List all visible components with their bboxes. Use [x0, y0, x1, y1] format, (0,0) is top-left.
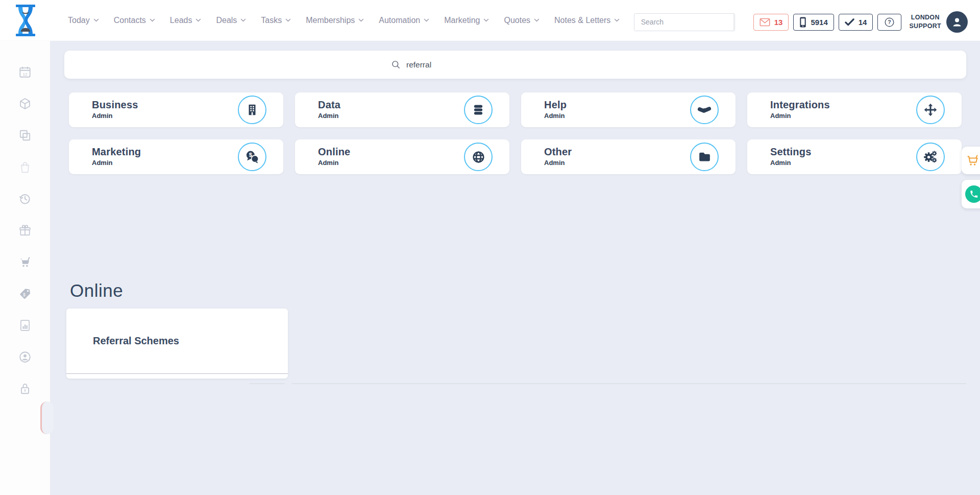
- admin-cards-grid: Business Admin Data Admin Help Admin Int…: [69, 92, 962, 174]
- nav-leads-label: Leads: [170, 16, 192, 25]
- svg-text:$: $: [249, 152, 252, 158]
- nav-deals-label: Deals: [216, 16, 237, 25]
- search-results-card: Referral Schemes: [66, 309, 288, 379]
- globe-icon: [464, 143, 493, 171]
- cube-icon[interactable]: [18, 97, 32, 110]
- user-circle-icon[interactable]: [18, 350, 32, 364]
- global-search-input[interactable]: [634, 14, 733, 31]
- floating-phone-button[interactable]: [962, 180, 980, 208]
- nav-tasks[interactable]: Tasks: [261, 16, 291, 25]
- card-marketing-admin[interactable]: Marketing Admin $: [69, 139, 283, 174]
- cart-icon[interactable]: [18, 255, 32, 269]
- card-settings-admin[interactable]: Settings Admin: [747, 139, 962, 174]
- shopping-bag-icon[interactable]: [18, 160, 32, 174]
- gears-icon: [916, 143, 945, 171]
- calls-count: 5914: [811, 18, 827, 27]
- nav-quotes-label: Quotes: [504, 16, 530, 25]
- envelope-icon: [760, 18, 770, 27]
- database-icon: [464, 96, 493, 124]
- nav-memberships-label: Memberships: [306, 16, 355, 25]
- nav-quotes[interactable]: Quotes: [504, 16, 540, 25]
- current-user-name: LONDON SUPPORT: [909, 13, 941, 31]
- app-logo-hourglass-icon[interactable]: [15, 5, 36, 36]
- chevron-down-icon: [534, 18, 540, 22]
- global-search-button[interactable]: [733, 14, 735, 31]
- nav-memberships[interactable]: Memberships: [306, 16, 364, 25]
- nav-deals[interactable]: Deals: [216, 16, 246, 25]
- svg-text:?: ?: [888, 19, 891, 25]
- nav-leads[interactable]: Leads: [170, 16, 202, 25]
- card-data-admin[interactable]: Data Admin: [295, 92, 509, 127]
- topbar-right-cluster: 13 5914 14 ? LONDON SUPPORT: [634, 12, 968, 32]
- chevron-down-icon: [195, 18, 201, 22]
- top-bar: Today Contacts Leads Deals Tasks Members…: [0, 0, 980, 41]
- mobile-phone-icon: [799, 17, 806, 28]
- move-arrows-icon: [916, 96, 945, 124]
- user-name-line1: LONDON: [909, 13, 941, 22]
- price-tag-icon[interactable]: $: [18, 287, 32, 300]
- divider-line: [250, 383, 285, 384]
- dollar-chat-icon: $: [238, 143, 266, 171]
- chevron-down-icon: [483, 18, 489, 22]
- building-icon: [238, 96, 266, 124]
- nav-automation-label: Automation: [379, 16, 420, 25]
- chevron-down-icon: [150, 18, 155, 22]
- search-icon: [391, 60, 401, 69]
- svg-text:$: $: [23, 292, 26, 297]
- floating-cart-button[interactable]: [962, 147, 980, 174]
- chevron-down-icon: [424, 18, 429, 22]
- chevron-down-icon: [285, 18, 291, 22]
- lock-icon[interactable]: [18, 382, 32, 395]
- result-referral-schemes[interactable]: Referral Schemes: [66, 309, 288, 374]
- nav-today-label: Today: [68, 16, 90, 25]
- cart-icon: [965, 153, 979, 168]
- nav-contacts[interactable]: Contacts: [114, 16, 155, 25]
- chevron-down-icon: [240, 18, 246, 22]
- card-help-admin[interactable]: Help Admin: [521, 92, 736, 127]
- chevron-down-icon: [358, 18, 364, 22]
- global-search: [634, 13, 735, 31]
- main-nav: Today Contacts Leads Deals Tasks Members…: [68, 0, 704, 41]
- calendar-icon[interactable]: 12: [18, 65, 32, 79]
- chevron-down-icon: [93, 18, 99, 22]
- nav-tasks-label: Tasks: [261, 16, 282, 25]
- chevron-down-icon: [614, 18, 620, 22]
- nav-automation[interactable]: Automation: [379, 16, 429, 25]
- card-online-admin[interactable]: Online Admin: [295, 139, 509, 174]
- collapsed-drawer-handle[interactable]: [40, 402, 54, 434]
- handshake-icon: [690, 96, 719, 124]
- nav-marketing-label: Marketing: [444, 16, 480, 25]
- checkmark-icon: [845, 18, 854, 26]
- nav-contacts-label: Contacts: [114, 16, 146, 25]
- nav-marketing[interactable]: Marketing: [444, 16, 489, 25]
- phone-icon: [969, 190, 978, 199]
- tasks-count: 14: [859, 18, 867, 27]
- user-name-line2: SUPPORT: [909, 22, 941, 31]
- nav-today[interactable]: Today: [68, 16, 99, 25]
- messages-badge[interactable]: 13: [753, 14, 789, 31]
- report-icon[interactable]: [18, 319, 32, 332]
- card-other-admin[interactable]: Other Admin: [521, 139, 736, 174]
- question-circle-icon: ?: [884, 17, 895, 28]
- admin-search-bar[interactable]: referral: [64, 51, 966, 79]
- nav-notes-letters[interactable]: Notes & Letters: [554, 16, 620, 25]
- admin-search-value[interactable]: referral: [406, 60, 431, 69]
- help-badge[interactable]: ?: [877, 14, 901, 31]
- nav-notes-letters-label: Notes & Letters: [554, 16, 610, 25]
- divider-line: [292, 383, 966, 384]
- search-icon: [734, 17, 735, 27]
- section-title: Online: [70, 280, 123, 301]
- gift-icon[interactable]: [18, 224, 32, 237]
- calls-badge[interactable]: 5914: [793, 14, 834, 31]
- history-icon[interactable]: [18, 192, 32, 205]
- card-business-admin[interactable]: Business Admin: [69, 92, 283, 127]
- svg-text:12: 12: [22, 72, 28, 77]
- avatar[interactable]: [946, 11, 968, 33]
- result-label: Referral Schemes: [93, 335, 179, 347]
- card-integrations-admin[interactable]: Integrations Admin: [747, 92, 962, 127]
- copy-icon[interactable]: [18, 129, 32, 142]
- folder-icon: [690, 143, 719, 171]
- messages-count: 13: [774, 18, 783, 27]
- tasks-badge[interactable]: 14: [839, 14, 873, 31]
- phone-circle: [965, 185, 980, 203]
